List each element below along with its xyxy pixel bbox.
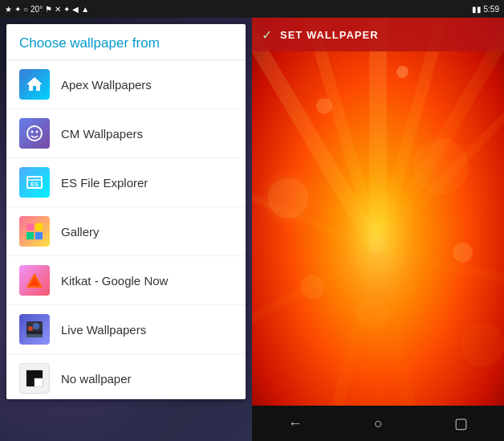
live-label: Live Wallpapers: [61, 323, 146, 337]
svg-rect-19: [35, 378, 43, 386]
svg-rect-15: [26, 334, 43, 337]
recents-button-right[interactable]: ▢: [441, 408, 481, 439]
star-icon: ✦: [14, 5, 21, 14]
circle-icon: ○: [23, 5, 28, 14]
signal-icon: ⚑: [45, 5, 52, 14]
wallpaper-chooser-dialog: Choose wallpaper from Apex Wallpapers: [6, 24, 246, 399]
cm-icon: [19, 118, 50, 149]
svg-rect-18: [26, 370, 43, 378]
bt-icon: ✦: [63, 5, 70, 14]
svg-rect-8: [35, 232, 43, 239]
list-item[interactable]: CM Wallpapers: [6, 109, 246, 158]
svg-point-1: [31, 131, 34, 133]
home-button-right[interactable]: ○: [361, 409, 396, 439]
set-wallpaper-label: SET WALLPAPER: [280, 29, 379, 41]
svg-rect-7: [26, 232, 34, 239]
list-item[interactable]: Apex Wallpapers: [6, 60, 246, 109]
temperature: 20°: [30, 5, 43, 14]
wifi-icon: ◀: [72, 5, 79, 14]
list-item[interactable]: Kitkat - Google Now: [6, 256, 246, 305]
es-label: ES File Explorer: [61, 176, 148, 190]
svg-point-0: [27, 126, 42, 141]
svg-text:ES: ES: [30, 182, 39, 187]
svg-rect-5: [26, 223, 34, 231]
list-item[interactable]: ES ES File Explorer: [6, 158, 246, 207]
wallpaper-source-list: Apex Wallpapers CM Wallpapers: [6, 60, 246, 399]
cm-label: CM Wallpapers: [61, 127, 143, 141]
clock: 5:59: [484, 5, 499, 14]
list-item[interactable]: Gallery: [6, 207, 246, 256]
svg-rect-6: [35, 223, 43, 231]
wallpaper-preview: [252, 51, 504, 406]
apex-icon: [19, 69, 50, 100]
main-content: Choose wallpaper from Apex Wallpapers: [0, 18, 504, 441]
set-wallpaper-bar[interactable]: ✓ SET WALLPAPER: [252, 18, 504, 51]
gallery-icon: [19, 216, 50, 247]
status-bar-right: ▮▮ 5:59: [472, 5, 499, 14]
check-icon: ✓: [262, 27, 272, 43]
svg-point-13: [28, 326, 33, 331]
live-icon: [19, 314, 50, 345]
svg-point-14: [33, 323, 39, 329]
right-panel: ✓ SET WALLPAPER ← ○ ▢: [252, 18, 504, 441]
kitkat-icon: [19, 265, 50, 296]
apex-label: Apex Wallpapers: [61, 78, 152, 92]
svg-point-2: [36, 131, 39, 133]
gallery-label: Gallery: [61, 225, 100, 239]
back-icon: ★: [5, 5, 12, 14]
nowallpaper-label: No wallpaper: [61, 372, 132, 386]
left-panel: Choose wallpaper from Apex Wallpapers: [0, 18, 252, 441]
es-icon: ES: [19, 167, 50, 198]
status-bar: ★ ✦ ○ 20° ⚑ ✕ ✦ ◀ ▲ ▮▮ 5:59: [0, 0, 504, 18]
dialog-title: Choose wallpaper from: [6, 24, 246, 60]
list-item[interactable]: Live Wallpapers: [6, 305, 246, 354]
battery-icon: ▮▮: [472, 5, 482, 14]
right-nav-bar: ← ○ ▢: [252, 406, 504, 441]
back-button-right[interactable]: ←: [275, 409, 315, 439]
list-item[interactable]: No wallpaper: [6, 354, 246, 399]
status-bar-left: ★ ✦ ○ 20° ⚑ ✕ ✦ ◀ ▲: [5, 5, 89, 14]
x-icon: ✕: [55, 5, 61, 14]
sig2-icon: ▲: [81, 5, 89, 14]
kitkat-label: Kitkat - Google Now: [61, 274, 168, 288]
nowallpaper-icon: [19, 363, 50, 394]
